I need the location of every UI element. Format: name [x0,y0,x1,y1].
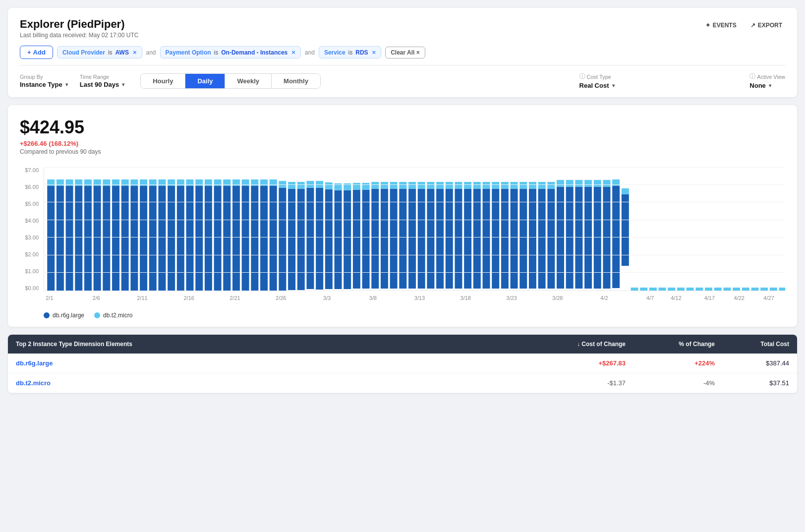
legend-item-t2: db.t2.micro [94,312,132,319]
filter-chip-service: Service is RDS × [319,46,381,59]
time-range-chevron: ▾ [122,82,124,87]
export-button[interactable]: ↗ EXPORT [748,20,785,31]
chart-grid-lines [44,167,785,291]
cost-type-select[interactable]: Real Cost ▾ [579,82,615,89]
header-row: Explorer (PiedPiper) Last billing data r… [20,18,785,39]
time-range-select[interactable]: Last 90 Days ▾ [80,81,125,88]
cost-change-t2: -$1.37 [536,379,626,387]
table-col-pct-change: % of Change [626,341,715,348]
active-view-info-icon[interactable]: ⓘ [749,72,755,81]
time-range-label: Time Range [80,74,125,80]
tab-daily[interactable]: Daily [185,74,225,88]
chart-legend: db.r6g.large db.t2.micro [20,312,785,319]
active-view-select[interactable]: None ▾ [749,82,785,89]
total-cost: $424.95 [20,117,785,138]
tab-hourly[interactable]: Hourly [141,74,185,88]
legend-dot-r6g [44,312,50,318]
total-cost-r6g: $387.44 [715,359,789,367]
x-axis: 2/1 2/6 2/11 2/16 2/21 2/26 3/3 3/8 3/13… [44,293,785,306]
legend-item-r6g: db.r6g.large [44,312,84,319]
table-header: Top 2 Instance Type Dimension Elements ↓… [8,335,797,354]
cost-type-info-icon[interactable]: ⓘ [579,72,585,81]
filter-sep-1: and [146,49,156,56]
cost-type-label: ⓘ Cost Type [579,72,615,81]
legend-dot-t2 [94,312,100,318]
clear-all-button[interactable]: Clear All × [385,47,425,59]
page-title: Explorer (PiedPiper) [20,18,138,31]
cost-change: +$266.46 (168.12%) [20,140,785,147]
table-col-total-cost: Total Cost [715,341,789,348]
cost-compare: Compared to previous 90 days [20,148,785,155]
group-by-chevron: ▾ [65,82,68,87]
filter-chip-cloud-provider: Cloud Provider is AWS × [57,46,142,59]
active-view-chevron: ▾ [769,83,771,88]
chart-card: $424.95 +$266.46 (168.12%) Compared to p… [8,105,797,327]
add-filter-button[interactable]: + Add [20,46,53,59]
filters-row: + Add Cloud Provider is AWS × and Paymen… [20,46,785,59]
title-group: Explorer (PiedPiper) Last billing data r… [20,18,138,39]
total-cost-t2: $37.51 [715,379,789,387]
table-row: db.t2.micro -$1.37 -4% $37.51 [8,373,797,393]
legend-label-r6g: db.r6g.large [53,312,84,319]
tab-monthly[interactable]: Monthly [272,74,320,88]
row-link-t2[interactable]: db.t2.micro [16,379,536,387]
filter-sep-2: and [305,49,315,56]
remove-payment-option[interactable]: × [291,49,295,56]
export-icon: ↗ [750,22,755,29]
group-by-control: Group By Instance Type ▾ [20,74,68,88]
header-actions: ✦ EVENTS ↗ EXPORT [702,20,785,31]
cost-type-control: ⓘ Cost Type Real Cost ▾ [579,72,615,89]
remove-service[interactable]: × [372,49,376,56]
pct-change-r6g: +224% [626,359,715,367]
group-by-select[interactable]: Instance Type ▾ [20,81,68,88]
time-range-control: Time Range Last 90 Days ▾ [80,74,125,88]
tab-weekly[interactable]: Weekly [225,74,272,88]
pct-change-t2: -4% [626,379,715,387]
events-button[interactable]: ✦ EVENTS [702,20,740,31]
last-billing: Last billing data received: May 02 17:00… [20,32,138,39]
plus-icon: + [27,49,31,56]
active-view-label: ⓘ Active View [749,72,785,81]
group-by-label: Group By [20,74,68,80]
chart-plot-area: .b { fill: #1a5fb4; } .t { fill: #5cc8f0… [44,167,785,291]
table-card: Top 2 Instance Type Dimension Elements ↓… [8,335,797,393]
active-view-control: ⓘ Active View None ▾ [749,72,785,89]
row-link-r6g[interactable]: db.r6g.large [16,359,536,367]
y-axis: $7.00 $6.00 $5.00 $4.00 $3.00 $2.00 $1.0… [20,167,42,291]
granularity-tabs: Hourly Daily Weekly Monthly [140,73,321,89]
remove-cloud-provider[interactable]: × [133,49,137,56]
main-filter-card: Explorer (PiedPiper) Last billing data r… [8,8,797,97]
table-col-cost-change: ↓ Cost of Change [536,341,626,348]
table-row: db.r6g.large +$267.83 +224% $387.44 [8,354,797,373]
chart-container: $7.00 $6.00 $5.00 $4.00 $3.00 $2.00 $1.0… [20,167,785,306]
filter-chip-payment-option: Payment Option is On-Demand - Instances … [160,46,301,59]
legend-label-t2: db.t2.micro [103,312,132,319]
cost-change-r6g: +$267.83 [536,359,626,367]
controls-row: Group By Instance Type ▾ Time Range Last… [20,65,785,89]
cost-type-chevron: ▾ [612,83,615,88]
table-col-name: Top 2 Instance Type Dimension Elements [16,341,536,348]
events-icon: ✦ [705,22,710,29]
